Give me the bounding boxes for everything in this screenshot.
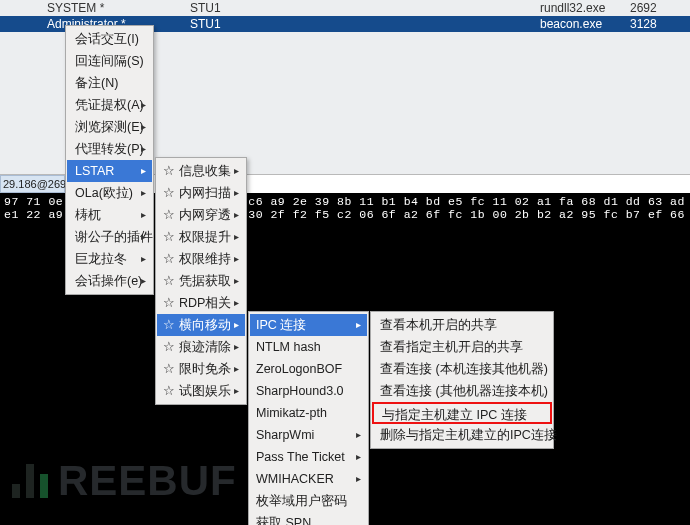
- mi-make-ipc-conn[interactable]: 与指定主机建立 IPC 连接: [372, 402, 552, 424]
- mi-del-ipc-conn[interactable]: 删除与指定主机建立的IPC连接: [372, 424, 552, 446]
- star-icon: ☆: [163, 318, 175, 332]
- mi-sharpwmi[interactable]: SharpWmi: [250, 424, 367, 446]
- star-icon: ☆: [163, 252, 175, 266]
- star-icon: ☆: [163, 208, 175, 222]
- context-menu-level4[interactable]: 查看本机开启的共享 查看指定主机开启的共享 查看连接 (本机连接其他机器) 查看…: [370, 311, 554, 449]
- session-title: 29.186@2692: [0, 175, 65, 193]
- mi-trace-clean[interactable]: ☆痕迹清除: [157, 336, 245, 358]
- context-menu-level3[interactable]: IPC 连接 NTLM hash ZeroLogonBOF SharpHound…: [248, 311, 369, 525]
- mi-ladon[interactable]: 巨龙拉冬: [67, 248, 152, 270]
- mi-wmihacker[interactable]: WMIHACKER: [250, 468, 367, 490]
- mi-session-interact[interactable]: 会话交互(I): [67, 28, 152, 50]
- table-header-row: SYSTEM * STU1 rundll32.exe 2692: [0, 0, 690, 16]
- mi-view-outgoing-conn[interactable]: 查看连接 (本机连接其他机器): [372, 358, 552, 380]
- mi-sharphound[interactable]: SharpHound3.0: [250, 380, 367, 402]
- mi-zerologon[interactable]: ZeroLogonBOF: [250, 358, 367, 380]
- context-menu-level1[interactable]: 会话交互(I) 回连间隔(S) 备注(N) 凭证提权(A) 浏览探测(E) 代理…: [65, 25, 154, 295]
- cell-host: STU1: [190, 16, 540, 32]
- mi-priv-esc[interactable]: ☆权限提升: [157, 226, 245, 248]
- mi-ola[interactable]: OLa(欧拉): [67, 182, 152, 204]
- context-menu-level2[interactable]: ☆信息收集 ☆内网扫描 ☆内网穿透 ☆权限提升 ☆权限维持 ☆凭据获取 ☆RDP…: [155, 157, 247, 405]
- mi-note[interactable]: 备注(N): [67, 72, 152, 94]
- star-icon: ☆: [163, 186, 175, 200]
- cell-process: beacon.exe: [540, 16, 630, 32]
- mi-rdp[interactable]: ☆RDP相关: [157, 292, 245, 314]
- mi-cred-elevate[interactable]: 凭证提权(A): [67, 94, 152, 116]
- star-icon: ☆: [163, 384, 175, 398]
- mi-get-spn[interactable]: 获取 SPN: [250, 512, 367, 525]
- mi-pass-ticket[interactable]: Pass The Ticket: [250, 446, 367, 468]
- col-host[interactable]: STU1: [190, 0, 540, 16]
- mi-mimikatz-pth[interactable]: Mimikatz-pth: [250, 402, 367, 424]
- mi-lateral-move[interactable]: ☆横向移动: [157, 314, 245, 336]
- mi-intranet-tunnel[interactable]: ☆内网穿透: [157, 204, 245, 226]
- mi-enum-domain-pwd[interactable]: 枚举域用户密码: [250, 490, 367, 512]
- mi-av-bypass[interactable]: ☆限时免杀: [157, 358, 245, 380]
- mi-view-incoming-conn[interactable]: 查看连接 (其他机器连接本机): [372, 380, 552, 402]
- mi-session-ops[interactable]: 会话操作(e): [67, 270, 152, 292]
- mi-intranet-scan[interactable]: ☆内网扫描: [157, 182, 245, 204]
- mi-taowu[interactable]: 梼杌: [67, 204, 152, 226]
- star-icon: ☆: [163, 340, 175, 354]
- cell-pid: 3128: [630, 16, 690, 32]
- mi-callback-interval[interactable]: 回连间隔(S): [67, 50, 152, 72]
- mi-proxy-forward[interactable]: 代理转发(P): [67, 138, 152, 160]
- star-icon: ☆: [163, 362, 175, 376]
- mi-ntlm-hash[interactable]: NTLM hash: [250, 336, 367, 358]
- star-icon: ☆: [163, 296, 175, 310]
- mi-view-host-shares[interactable]: 查看指定主机开启的共享: [372, 336, 552, 358]
- mi-ipc-connect[interactable]: IPC 连接: [250, 314, 367, 336]
- mi-persistence[interactable]: ☆权限维持: [157, 248, 245, 270]
- star-icon: ☆: [163, 274, 175, 288]
- star-icon: ☆: [163, 164, 175, 178]
- mi-xiegongzi[interactable]: 谢公子的插件: [67, 226, 152, 248]
- col-process[interactable]: rundll32.exe: [540, 0, 630, 16]
- mi-browse-detect[interactable]: 浏览探测(E): [67, 116, 152, 138]
- mi-view-local-shares[interactable]: 查看本机开启的共享: [372, 314, 552, 336]
- mi-fun[interactable]: ☆试图娱乐: [157, 380, 245, 402]
- mi-info-collect[interactable]: ☆信息收集: [157, 160, 245, 182]
- star-icon: ☆: [163, 230, 175, 244]
- col-system[interactable]: SYSTEM *: [0, 0, 190, 16]
- mi-lstar[interactable]: LSTAR: [67, 160, 152, 182]
- mi-cred-harvest[interactable]: ☆凭据获取: [157, 270, 245, 292]
- col-pid[interactable]: 2692: [630, 0, 690, 16]
